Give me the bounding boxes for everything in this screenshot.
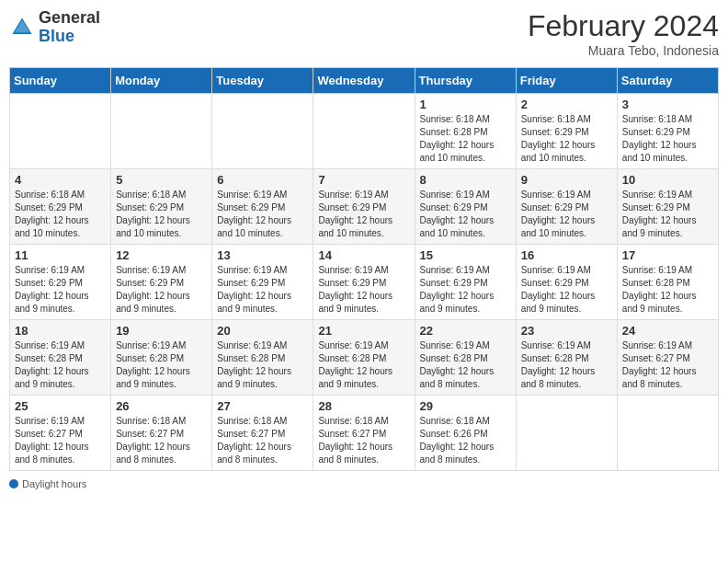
calendar-cell: 28Sunrise: 6:18 AM Sunset: 6:27 PM Dayli… <box>313 396 415 471</box>
day-of-week-header: Tuesday <box>212 68 313 94</box>
day-of-week-header: Wednesday <box>313 68 415 94</box>
day-number: 13 <box>217 248 308 262</box>
day-number: 19 <box>116 324 207 338</box>
day-number: 28 <box>318 399 409 413</box>
month-year-title: February 2024 <box>528 9 719 43</box>
day-number: 11 <box>15 248 106 262</box>
day-info: Sunrise: 6:19 AM Sunset: 6:29 PM Dayligh… <box>521 189 612 240</box>
day-info: Sunrise: 6:18 AM Sunset: 6:26 PM Dayligh… <box>420 415 511 466</box>
day-info: Sunrise: 6:19 AM Sunset: 6:27 PM Dayligh… <box>15 415 106 466</box>
calendar-cell: 23Sunrise: 6:19 AM Sunset: 6:28 PM Dayli… <box>516 320 617 396</box>
day-number: 9 <box>521 173 612 187</box>
logo-text: General Blue <box>39 9 100 46</box>
day-of-week-header: Monday <box>111 68 212 94</box>
calendar-week-row: 18Sunrise: 6:19 AM Sunset: 6:28 PM Dayli… <box>10 320 719 396</box>
day-number: 27 <box>217 399 308 413</box>
day-number: 24 <box>622 324 713 338</box>
calendar-cell: 21Sunrise: 6:19 AM Sunset: 6:28 PM Dayli… <box>313 320 415 396</box>
calendar-cell: 1Sunrise: 6:18 AM Sunset: 6:28 PM Daylig… <box>415 94 516 169</box>
calendar-cell: 6Sunrise: 6:19 AM Sunset: 6:29 PM Daylig… <box>212 169 313 245</box>
calendar-cell: 9Sunrise: 6:19 AM Sunset: 6:29 PM Daylig… <box>516 169 617 245</box>
day-info: Sunrise: 6:18 AM Sunset: 6:27 PM Dayligh… <box>116 415 207 466</box>
day-info: Sunrise: 6:19 AM Sunset: 6:29 PM Dayligh… <box>521 264 612 316</box>
calendar-cell: 15Sunrise: 6:19 AM Sunset: 6:29 PM Dayli… <box>415 245 516 320</box>
calendar-cell: 13Sunrise: 6:19 AM Sunset: 6:29 PM Dayli… <box>212 245 313 320</box>
day-info: Sunrise: 6:19 AM Sunset: 6:28 PM Dayligh… <box>217 339 308 391</box>
logo-blue: Blue <box>39 27 74 45</box>
calendar-week-row: 25Sunrise: 6:19 AM Sunset: 6:27 PM Dayli… <box>10 396 719 471</box>
day-info: Sunrise: 6:18 AM Sunset: 6:29 PM Dayligh… <box>116 189 207 240</box>
calendar-cell <box>516 396 617 471</box>
day-number: 25 <box>15 399 106 413</box>
calendar-cell: 18Sunrise: 6:19 AM Sunset: 6:28 PM Dayli… <box>10 320 111 396</box>
day-number: 3 <box>622 98 713 111</box>
header: General Blue February 2024 Muara Tebo, I… <box>9 9 719 58</box>
day-number: 12 <box>116 248 207 262</box>
calendar-header: SundayMondayTuesdayWednesdayThursdayFrid… <box>10 68 719 94</box>
day-number: 7 <box>318 173 409 187</box>
day-info: Sunrise: 6:18 AM Sunset: 6:28 PM Dayligh… <box>420 113 511 165</box>
day-of-week-header: Saturday <box>617 68 718 94</box>
calendar-cell <box>617 396 718 471</box>
day-number: 23 <box>521 324 612 338</box>
day-info: Sunrise: 6:19 AM Sunset: 6:29 PM Dayligh… <box>622 189 713 240</box>
calendar-cell: 16Sunrise: 6:19 AM Sunset: 6:29 PM Dayli… <box>516 245 617 320</box>
calendar-cell: 17Sunrise: 6:19 AM Sunset: 6:28 PM Dayli… <box>617 245 718 320</box>
day-number: 21 <box>318 324 409 338</box>
calendar-body: 1Sunrise: 6:18 AM Sunset: 6:28 PM Daylig… <box>10 94 719 471</box>
calendar-cell: 12Sunrise: 6:19 AM Sunset: 6:29 PM Dayli… <box>111 245 212 320</box>
day-of-week-header: Thursday <box>415 68 516 94</box>
calendar-cell: 20Sunrise: 6:19 AM Sunset: 6:28 PM Dayli… <box>212 320 313 396</box>
daylight-dot <box>9 479 18 488</box>
day-number: 22 <box>420 324 511 338</box>
day-info: Sunrise: 6:19 AM Sunset: 6:29 PM Dayligh… <box>420 264 511 316</box>
day-info: Sunrise: 6:19 AM Sunset: 6:28 PM Dayligh… <box>116 339 207 391</box>
calendar-cell: 4Sunrise: 6:18 AM Sunset: 6:29 PM Daylig… <box>10 169 111 245</box>
day-of-week-header: Sunday <box>10 68 111 94</box>
day-info: Sunrise: 6:19 AM Sunset: 6:28 PM Dayligh… <box>318 339 409 391</box>
svg-marker-1 <box>15 19 30 32</box>
day-info: Sunrise: 6:18 AM Sunset: 6:27 PM Dayligh… <box>318 415 409 466</box>
day-info: Sunrise: 6:19 AM Sunset: 6:29 PM Dayligh… <box>318 189 409 240</box>
calendar-week-row: 4Sunrise: 6:18 AM Sunset: 6:29 PM Daylig… <box>10 169 719 245</box>
day-info: Sunrise: 6:19 AM Sunset: 6:29 PM Dayligh… <box>116 264 207 316</box>
calendar-cell <box>313 94 415 169</box>
calendar-cell: 29Sunrise: 6:18 AM Sunset: 6:26 PM Dayli… <box>415 396 516 471</box>
day-info: Sunrise: 6:19 AM Sunset: 6:27 PM Dayligh… <box>622 339 713 391</box>
day-number: 15 <box>420 248 511 262</box>
calendar-cell: 8Sunrise: 6:19 AM Sunset: 6:29 PM Daylig… <box>415 169 516 245</box>
day-number: 2 <box>521 98 612 111</box>
calendar-cell: 22Sunrise: 6:19 AM Sunset: 6:28 PM Dayli… <box>415 320 516 396</box>
day-info: Sunrise: 6:19 AM Sunset: 6:29 PM Dayligh… <box>15 264 106 316</box>
day-number: 26 <box>116 399 207 413</box>
day-number: 16 <box>521 248 612 262</box>
day-number: 14 <box>318 248 409 262</box>
logo-general: General <box>39 8 100 27</box>
calendar-cell: 5Sunrise: 6:18 AM Sunset: 6:29 PM Daylig… <box>111 169 212 245</box>
day-info: Sunrise: 6:18 AM Sunset: 6:29 PM Dayligh… <box>15 189 106 240</box>
day-info: Sunrise: 6:19 AM Sunset: 6:28 PM Dayligh… <box>420 339 511 391</box>
day-info: Sunrise: 6:19 AM Sunset: 6:29 PM Dayligh… <box>420 189 511 240</box>
calendar-cell <box>10 94 111 169</box>
day-number: 4 <box>15 173 106 187</box>
day-number: 29 <box>420 399 511 413</box>
day-info: Sunrise: 6:19 AM Sunset: 6:29 PM Dayligh… <box>318 264 409 316</box>
day-info: Sunrise: 6:19 AM Sunset: 6:29 PM Dayligh… <box>217 264 308 316</box>
calendar-cell <box>212 94 313 169</box>
day-number: 6 <box>217 173 308 187</box>
day-info: Sunrise: 6:18 AM Sunset: 6:29 PM Dayligh… <box>521 113 612 165</box>
day-number: 5 <box>116 173 207 187</box>
day-number: 10 <box>622 173 713 187</box>
day-of-week-header: Friday <box>516 68 617 94</box>
calendar-cell: 2Sunrise: 6:18 AM Sunset: 6:29 PM Daylig… <box>516 94 617 169</box>
calendar-cell: 11Sunrise: 6:19 AM Sunset: 6:29 PM Dayli… <box>10 245 111 320</box>
day-number: 20 <box>217 324 308 338</box>
day-info: Sunrise: 6:18 AM Sunset: 6:27 PM Dayligh… <box>217 415 308 466</box>
calendar-cell: 14Sunrise: 6:19 AM Sunset: 6:29 PM Dayli… <box>313 245 415 320</box>
calendar-cell: 10Sunrise: 6:19 AM Sunset: 6:29 PM Dayli… <box>617 169 718 245</box>
calendar-cell: 19Sunrise: 6:19 AM Sunset: 6:28 PM Dayli… <box>111 320 212 396</box>
day-info: Sunrise: 6:19 AM Sunset: 6:29 PM Dayligh… <box>217 189 308 240</box>
footer: Daylight hours <box>9 478 719 489</box>
day-info: Sunrise: 6:18 AM Sunset: 6:29 PM Dayligh… <box>622 113 713 165</box>
calendar-table: SundayMondayTuesdayWednesdayThursdayFrid… <box>9 67 719 471</box>
